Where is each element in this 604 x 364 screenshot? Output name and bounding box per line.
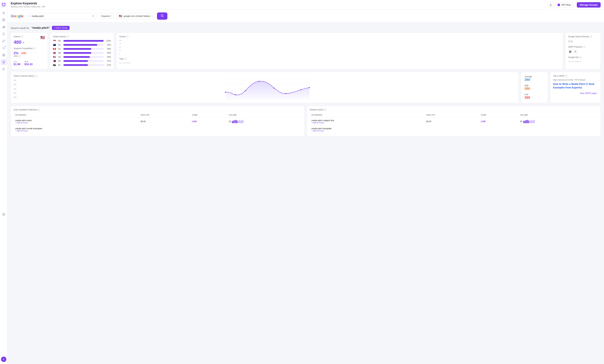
country-label: AU bbox=[58, 44, 62, 46]
svg-rect-5 bbox=[2, 27, 3, 28]
col-volume: VOLUME bbox=[227, 113, 302, 117]
serp-image-icon: 🖼 bbox=[568, 50, 572, 54]
serp-features-title: SERP Features i bbox=[568, 46, 598, 48]
svh-svg bbox=[19, 79, 516, 99]
chevron-right-icon: › bbox=[597, 92, 598, 94]
svh-y-axis: 591 508 425 342 259 bbox=[14, 79, 18, 100]
svg-point-16 bbox=[161, 14, 163, 16]
sidebar-item-target[interactable] bbox=[1, 52, 7, 58]
page-title: Explore Keywords bbox=[11, 2, 45, 5]
cpc-high-label: High bbox=[24, 61, 28, 63]
header: Explore Keywords Monthly Limit: 5/1000 |… bbox=[7, 0, 604, 10]
search-submit-icon bbox=[161, 14, 164, 17]
sidebar-item-chart[interactable] bbox=[1, 24, 7, 30]
sidebar-item-bookmark[interactable] bbox=[1, 31, 7, 37]
bar-fill bbox=[63, 44, 97, 46]
search-clear-icon[interactable]: ✕ bbox=[92, 14, 94, 18]
keyword-name: media pitch subject line bbox=[311, 119, 423, 122]
svg-point-13 bbox=[3, 214, 4, 215]
serp-features-info-icon[interactable]: i bbox=[583, 46, 585, 48]
add-to-group-link[interactable]: + Add to Group bbox=[15, 130, 137, 132]
app-logo[interactable] bbox=[1, 2, 6, 7]
search-button[interactable] bbox=[157, 13, 167, 20]
sidebar: A bbox=[0, 0, 7, 364]
google-ads-info-icon[interactable]: i bbox=[579, 56, 582, 59]
add-to-group-link[interactable]: + Add to Group bbox=[15, 122, 137, 124]
tables-row: Auto-complete Predictions i KEYWORDS HIG… bbox=[11, 106, 601, 137]
mini-bar bbox=[532, 121, 532, 123]
region-selector[interactable]: 🇺🇸 google.com (United States) ▾ bbox=[116, 13, 155, 19]
cpc-low-label: Low bbox=[14, 61, 17, 63]
volume-number: 20 bbox=[520, 120, 522, 123]
add-to-group-button[interactable]: + Add to Group bbox=[52, 26, 70, 30]
cpc-title: CPC i bbox=[14, 55, 45, 57]
mini-bar bbox=[526, 120, 527, 123]
high-value: 590 bbox=[525, 87, 544, 91]
svg-point-22 bbox=[225, 92, 226, 93]
add-to-group-link[interactable]: + Add to Group bbox=[311, 122, 423, 124]
search-type-label: Keyword bbox=[101, 15, 110, 17]
country-label: SG bbox=[58, 40, 62, 42]
trends-info-icon[interactable]: i bbox=[126, 36, 128, 38]
trends-bars bbox=[122, 41, 129, 56]
serp-page-title[interactable]: How to Write a Media Pitch (7 Real Examp… bbox=[553, 82, 598, 89]
high-label: High bbox=[525, 84, 544, 87]
keyword-name: media pitch deck bbox=[15, 119, 137, 122]
blog-selector[interactable]: JRO Blog ▾ bbox=[555, 2, 575, 7]
country-label: CA bbox=[58, 48, 62, 50]
flag-icon: 🇵🇭 bbox=[53, 60, 57, 62]
mini-bar bbox=[523, 121, 524, 123]
upload-button[interactable] bbox=[548, 2, 554, 8]
kw-comp-info-icon[interactable]: i bbox=[33, 47, 36, 50]
gsr-info-icon[interactable]: i bbox=[590, 36, 592, 38]
comp-cell: LOW bbox=[479, 117, 518, 126]
high-cpc-cell bbox=[425, 126, 479, 134]
bar-percent: 61% bbox=[105, 60, 111, 62]
bar-fill bbox=[63, 56, 90, 58]
user-avatar[interactable]: A bbox=[1, 357, 6, 362]
bar-fill bbox=[63, 64, 88, 66]
serp-card-info-icon[interactable]: i bbox=[565, 75, 567, 77]
topic-title: Topic i bbox=[119, 58, 560, 60]
sidebar-item-bulb[interactable] bbox=[1, 59, 7, 65]
sidebar-item-grid[interactable] bbox=[1, 17, 7, 23]
view-serp-label: View SERP page bbox=[580, 92, 596, 94]
topic-section: Topic i Not available bbox=[119, 58, 560, 64]
global-volume-bar-row: 🇦🇺 AU 84% bbox=[53, 44, 111, 46]
volume-number: 20 bbox=[229, 120, 231, 123]
search-type-selector[interactable]: Keyword ▾ bbox=[99, 13, 114, 19]
col-high-cpc: HIGH CPC bbox=[425, 113, 479, 117]
topic-info-icon[interactable]: i bbox=[125, 58, 127, 60]
related-search-info-icon[interactable]: i bbox=[324, 109, 327, 111]
auto-complete-info-icon[interactable]: i bbox=[38, 109, 40, 111]
gsr-value: NA bbox=[568, 39, 598, 43]
sidebar-item-link[interactable] bbox=[1, 38, 7, 44]
sidebar-item-search[interactable] bbox=[1, 45, 7, 51]
bar-fill bbox=[63, 60, 88, 62]
mini-bar bbox=[234, 120, 235, 123]
cpc-info-icon[interactable]: i bbox=[18, 55, 21, 57]
mini-bar bbox=[533, 120, 534, 123]
manage-groups-button[interactable]: Manage Groups bbox=[577, 2, 601, 8]
sidebar-item-settings[interactable] bbox=[1, 211, 7, 217]
svh-info-icon[interactable]: i bbox=[35, 75, 37, 77]
comp-value: LOW bbox=[481, 120, 486, 123]
volume-card: Volume i 480 ▲ 🇺🇸 Keyword Competition i bbox=[11, 33, 48, 69]
search-input[interactable] bbox=[32, 15, 91, 17]
bar-track bbox=[63, 64, 104, 66]
global-vol-info-icon[interactable]: i bbox=[67, 36, 69, 38]
view-serp-link[interactable]: View SERP page › bbox=[553, 92, 598, 94]
flag-icon: 🇬🇧 bbox=[53, 51, 57, 54]
volume-info-icon[interactable]: i bbox=[21, 36, 23, 38]
svg-rect-2 bbox=[4, 19, 5, 20]
global-volume-bar-row: 🇸🇬 SG 100% bbox=[53, 39, 111, 42]
add-to-group-link[interactable]: + Add to Group bbox=[311, 130, 423, 132]
svg-rect-7 bbox=[4, 26, 5, 28]
country-label: PH bbox=[58, 60, 62, 62]
chevron-down-icon: ▾ bbox=[151, 15, 152, 17]
sidebar-item-home[interactable] bbox=[1, 10, 7, 16]
auto-complete-card: Auto-complete Predictions i KEYWORDS HIG… bbox=[11, 106, 304, 137]
flag-icon: 🇺🇸 bbox=[119, 14, 122, 18]
sidebar-item-users[interactable] bbox=[1, 66, 7, 72]
global-vol-title: Global Volume i bbox=[53, 36, 111, 38]
